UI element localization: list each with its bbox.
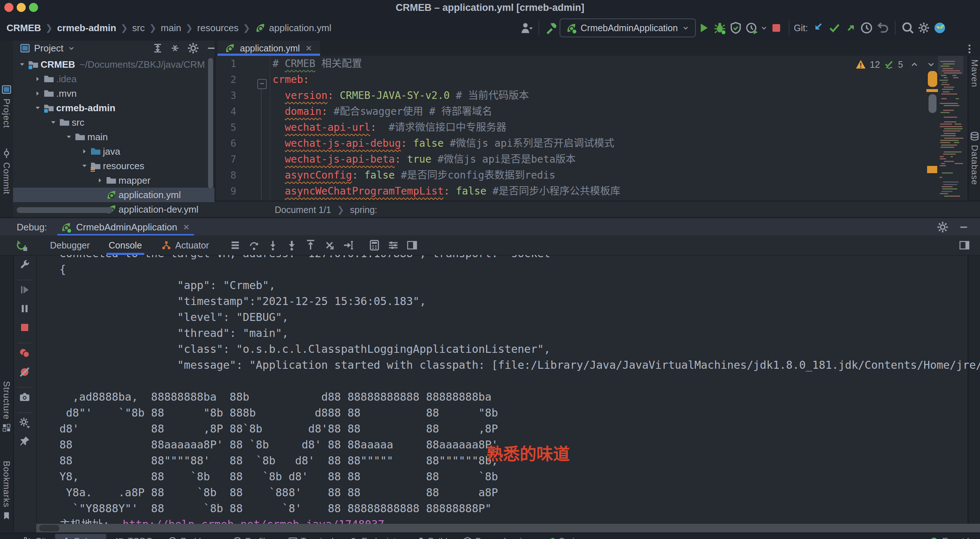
editor[interactable]: 123456789 − # CRMEB 相关配置crmeb: version: …: [215, 56, 980, 201]
git-update-icon[interactable]: [811, 20, 827, 36]
ide-sprout-icon[interactable]: [932, 20, 948, 36]
drop-frame-icon[interactable]: [321, 237, 337, 253]
close-icon[interactable]: [181, 222, 191, 232]
gear-dropdown-icon[interactable]: [19, 417, 31, 429]
git-commit-icon[interactable]: [827, 20, 843, 36]
breadcrumb-item[interactable]: crmeb-admin: [57, 22, 116, 34]
inspection-widget[interactable]: 12 5: [855, 57, 936, 72]
tab-debugger[interactable]: Debugger: [42, 235, 98, 255]
tree-item--idea[interactable]: .idea: [13, 72, 215, 86]
project-panel-title[interactable]: Project: [34, 43, 64, 54]
console-horizontal-scrollbar[interactable]: [36, 524, 980, 533]
sidebar-item-bookmarks[interactable]: Bookmarks: [0, 461, 13, 520]
chevron-down-icon[interactable]: [64, 132, 74, 142]
kebab-menu-icon[interactable]: [964, 43, 975, 54]
force-step-into-icon[interactable]: [284, 237, 300, 253]
statusbar-item-terminal[interactable]: Terminal: [282, 534, 340, 539]
statusbar-item-git[interactable]: Git: [16, 534, 53, 539]
git-push-icon[interactable]: [843, 20, 859, 36]
tree-item-resources[interactable]: resources: [13, 159, 215, 173]
step-into-icon[interactable]: [265, 237, 281, 253]
chevron-down-icon[interactable]: [32, 103, 43, 113]
statusbar-item-debug[interactable]: Debug: [55, 534, 107, 539]
gear-icon[interactable]: [916, 20, 932, 36]
layout-settings-icon[interactable]: [959, 240, 970, 250]
layout-grid-icon[interactable]: [404, 237, 420, 253]
close-icon[interactable]: [304, 43, 313, 53]
tree-item--mvn[interactable]: .mvn: [13, 86, 215, 101]
statusbar-item-problems[interactable]: Problems: [161, 534, 224, 539]
user-icon[interactable]: [518, 20, 534, 36]
rollback-icon[interactable]: [875, 20, 891, 36]
tab-console[interactable]: Console: [101, 235, 150, 255]
event-log-button[interactable]: Event Log: [929, 533, 980, 539]
evaluate-calc-icon[interactable]: [366, 237, 382, 253]
console-scrollbar-thumb[interactable]: [39, 525, 59, 531]
search-icon[interactable]: [900, 20, 916, 36]
pause-icon[interactable]: [19, 303, 30, 314]
breadcrumb-item[interactable]: CRMEB: [6, 22, 41, 34]
statusbar-item-dependencies[interactable]: Dependencies: [456, 534, 538, 539]
debug-console[interactable]: Connected to the target VM, address: '12…: [36, 255, 980, 524]
tree-item-application-yml[interactable]: application.yml: [13, 188, 215, 202]
step-over-icon[interactable]: [246, 237, 262, 253]
breakpoints-view-icon[interactable]: [19, 347, 31, 359]
breakpoints-mute-icon[interactable]: [19, 366, 31, 378]
tree-item-src[interactable]: src: [13, 115, 215, 130]
gear-icon[interactable]: [187, 42, 199, 54]
tree-vertical-scrollbar[interactable]: [208, 58, 213, 189]
scrollbar-marker-orange[interactable]: [928, 71, 937, 87]
chevron-down-icon[interactable]: [760, 24, 768, 32]
stop-red-icon[interactable]: [19, 322, 30, 333]
tree-item-java[interactable]: java: [13, 144, 215, 159]
stop-button[interactable]: [768, 20, 784, 36]
fold-marker[interactable]: −: [257, 79, 267, 89]
tab-actuator[interactable]: Actuator: [153, 235, 217, 255]
tree-item-main[interactable]: main: [13, 130, 215, 144]
wrench-icon[interactable]: [19, 258, 30, 270]
chevron-down-icon[interactable]: [17, 60, 27, 69]
statusbar-item-endpoints[interactable]: Endpoints: [342, 534, 407, 539]
chevron-right-icon[interactable]: [32, 89, 43, 98]
breadcrumb-node[interactable]: spring:: [350, 205, 377, 215]
profiler-button[interactable]: [744, 20, 760, 36]
chevron-right-icon[interactable]: [79, 147, 90, 156]
statusbar-item-profiler[interactable]: Profiler: [226, 534, 280, 539]
tree-item-mapper[interactable]: mapper: [13, 173, 215, 188]
hide-panel-icon[interactable]: [958, 222, 969, 233]
run-to-cursor-icon[interactable]: [340, 237, 356, 253]
step-out-icon[interactable]: [302, 237, 318, 253]
pin-icon[interactable]: [19, 435, 30, 447]
breadcrumb-item[interactable]: main: [161, 22, 181, 34]
statusbar-item-todo[interactable]: TODO: [108, 534, 159, 539]
rerun-icon[interactable]: [15, 239, 27, 251]
collapse-all-icon[interactable]: [170, 43, 180, 54]
coverage-button[interactable]: [728, 20, 744, 36]
editor-scrollbar-thumb[interactable]: [929, 94, 937, 113]
breadcrumb-document[interactable]: Document 1/1: [275, 205, 331, 215]
breadcrumb-item[interactable]: resources: [197, 22, 239, 34]
chevron-down-icon[interactable]: [48, 118, 59, 127]
sidebar-item-project[interactable]: Project: [0, 84, 13, 128]
breadcrumb-item[interactable]: application.yml: [255, 22, 331, 34]
gear-icon[interactable]: [937, 221, 949, 233]
filter-sliders-icon[interactable]: [385, 237, 401, 253]
history-icon[interactable]: [859, 20, 875, 36]
editor-code[interactable]: # CRMEB 相关配置crmeb: version: CRMEB-JAVA-S…: [272, 56, 980, 199]
tab-application-yml[interactable]: application.yml: [218, 41, 320, 56]
minimap[interactable]: [938, 56, 963, 201]
statusbar-item-build[interactable]: Build: [409, 534, 454, 539]
menu-lines-icon[interactable]: [227, 237, 243, 253]
chevron-right-icon[interactable]: [32, 74, 43, 84]
sidebar-item-structure[interactable]: Structure: [0, 381, 13, 433]
debug-button[interactable]: [712, 20, 728, 36]
tree-item-crmeb[interactable]: CRMEB~/Documents/ZBKJ/java/CRM: [13, 57, 215, 72]
build-hammer-icon[interactable]: [544, 20, 560, 36]
prev-issue-icon[interactable]: [910, 60, 919, 69]
run-button[interactable]: [696, 20, 712, 36]
next-issue-icon[interactable]: [926, 60, 936, 69]
debug-session-tab[interactable]: CrmebAdminApplication: [57, 218, 194, 236]
expand-all-icon[interactable]: [152, 43, 163, 54]
resume-play-icon[interactable]: [19, 284, 30, 296]
breadcrumb-item[interactable]: src: [132, 22, 145, 34]
